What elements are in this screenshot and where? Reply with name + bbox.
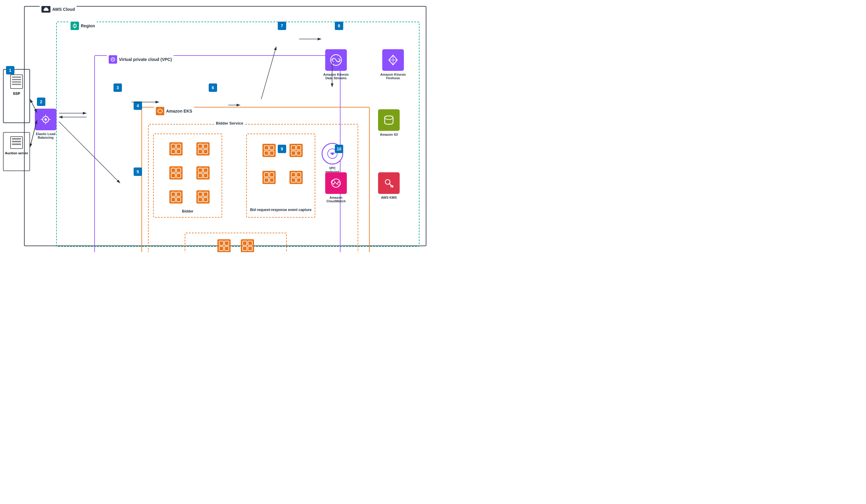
ecs-task-1 — [169, 142, 183, 157]
svg-point-78 — [385, 116, 393, 120]
eks-icon — [156, 107, 164, 115]
kinesis-streams-label: Amazon Kinesis Data Streams — [321, 72, 351, 80]
badge-3: 3 — [113, 83, 122, 92]
ecs-task-5 — [169, 190, 183, 205]
aws-cloud-box: AWS Cloud Region Virtual private cloud (… — [24, 6, 426, 246]
cloudwatch-service: Amazon CloudWatch — [321, 172, 351, 203]
eks-label: Amazon EKS — [154, 107, 194, 115]
cloudwatch-label: Amazon CloudWatch — [321, 196, 351, 203]
post-bid-ecs-2 — [240, 239, 255, 252]
s3-service: Amazon S3 — [378, 109, 400, 136]
eks-title: Amazon EKS — [166, 109, 192, 113]
post-bid-box: Post-bid events Win notifications, impre… — [185, 233, 287, 252]
kinesis-firehose-label: Amazon Kinesis Firehose — [378, 72, 408, 80]
bidder-service-label: Bidder Service — [215, 121, 244, 125]
auction-server-icon — [10, 136, 23, 149]
badge-4: 4 — [134, 101, 142, 110]
cloudwatch-icon — [325, 172, 347, 194]
kms-label: AWS KMS — [381, 196, 397, 199]
ecs-task-4 — [196, 166, 210, 181]
svg-rect-2 — [12, 79, 21, 80]
vpc-label: Virtual private cloud (VPC) — [107, 55, 174, 64]
elb-icon — [35, 109, 56, 130]
svg-rect-8 — [12, 144, 21, 145]
vpc-icon — [109, 55, 117, 64]
aws-cloud-title: AWS Cloud — [52, 7, 75, 12]
bid-ecs-3 — [262, 170, 276, 186]
badge-2: 2 — [37, 98, 45, 106]
region-box: Region Virtual private cloud (VPC) — [56, 22, 420, 247]
s3-icon — [378, 109, 400, 131]
svg-point-11 — [111, 58, 115, 61]
svg-point-86 — [44, 118, 47, 121]
svg-rect-6 — [12, 138, 21, 139]
svg-rect-7 — [12, 141, 21, 142]
badge-7: 7 — [278, 22, 286, 30]
post-bid-ecs-1 — [217, 239, 231, 252]
kinesis-streams-icon — [325, 49, 347, 71]
bid-ecs-2 — [289, 143, 303, 159]
svg-rect-1 — [12, 77, 21, 78]
bid-ecs-4 — [289, 170, 303, 186]
vpc-box: Virtual private cloud (VPC) Amazon EKS B… — [94, 55, 341, 252]
bidder-label: Bidder — [154, 209, 222, 213]
ssp-icon — [9, 74, 24, 89]
badge-6: 6 — [209, 83, 217, 92]
ecs-task-6 — [196, 190, 210, 205]
aws-cloud-icon — [42, 6, 51, 13]
svg-marker-12 — [158, 109, 162, 113]
kinesis-firehose-icon — [382, 49, 404, 71]
bid-ecs-1 — [262, 143, 276, 159]
region-title: Region — [81, 23, 95, 28]
svg-rect-4 — [12, 84, 21, 85]
bid-request-label: Bid request-response event capture — [247, 208, 315, 213]
badge-8: 8 — [335, 22, 343, 30]
svg-point-74 — [331, 153, 334, 155]
region-icon — [70, 22, 79, 30]
elb-label: Elastic Load Balancing — [34, 132, 58, 139]
badge-1: 1 — [6, 66, 14, 75]
region-label: Region — [69, 22, 97, 30]
ecs-task-3 — [169, 166, 183, 181]
kms-icon — [378, 172, 400, 194]
svg-point-82 — [385, 179, 390, 184]
vpc-title: Virtual private cloud (VPC) — [119, 57, 172, 62]
badge-10: 10 — [335, 145, 343, 153]
kms-service: AWS KMS — [378, 172, 400, 199]
s3-label: Amazon S3 — [380, 133, 398, 136]
svg-rect-3 — [12, 81, 21, 82]
bidder-box: Bidder — [153, 134, 222, 217]
kinesis-firehose-service: Amazon Kinesis Firehose — [378, 49, 408, 80]
aws-cloud-label: AWS Cloud — [40, 6, 77, 13]
badge-5: 5 — [134, 168, 142, 176]
ecs-task-2 — [196, 142, 210, 157]
ssp-label: SSP — [13, 91, 20, 96]
badge-9: 9 — [278, 145, 286, 153]
diagram-container: SSP Auction server AWS Cloud Region — [0, 0, 433, 252]
kinesis-streams-service: Amazon Kinesis Data Streams — [321, 49, 351, 80]
elb-service: Elastic Load Balancing — [34, 109, 58, 139]
